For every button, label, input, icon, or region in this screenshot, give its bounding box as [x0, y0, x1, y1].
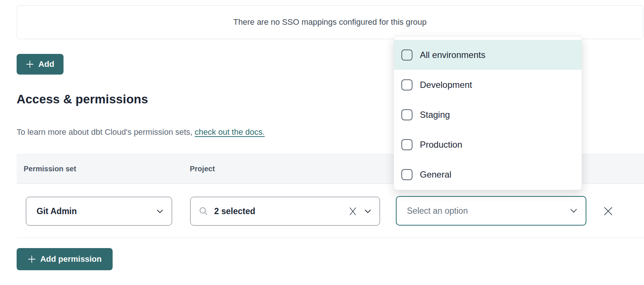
dropdown-option-general[interactable]: General — [394, 159, 582, 189]
add-button-label: Add — [38, 59, 54, 69]
option-label: Development — [420, 80, 472, 90]
search-icon — [199, 206, 208, 216]
add-permission-button-label: Add permission — [40, 254, 102, 264]
section-description: To learn more about dbt Cloud's permissi… — [17, 127, 265, 137]
option-label: All environments — [420, 50, 485, 60]
environment-select-placeholder: Select an option — [407, 206, 468, 216]
project-multiselect[interactable]: 2 selected — [190, 197, 380, 226]
chevron-down-icon — [157, 210, 163, 213]
environment-select[interactable]: Select an option — [396, 196, 586, 226]
add-sso-mapping-button[interactable]: Add — [17, 54, 64, 75]
group-settings-page: There are no SSO mappings configured for… — [0, 0, 644, 285]
column-header-project: Project — [190, 154, 215, 183]
plus-icon — [28, 255, 36, 263]
docs-link[interactable]: check out the docs. — [195, 127, 265, 137]
option-label: Staging — [420, 110, 450, 120]
chevron-down-icon — [571, 209, 577, 213]
dropdown-option-staging[interactable]: Staging — [394, 100, 582, 130]
clear-selection-icon[interactable] — [349, 207, 357, 215]
checkbox[interactable] — [401, 139, 412, 150]
project-selected-count: 2 selected — [214, 206, 255, 216]
environment-dropdown: All environments Development Staging Pro… — [394, 36, 582, 190]
row-divider — [17, 238, 644, 238]
dropdown-option-all-environments[interactable]: All environments — [394, 40, 582, 70]
plus-icon — [26, 60, 34, 68]
checkbox[interactable] — [401, 49, 412, 61]
dropdown-option-production[interactable]: Production — [394, 130, 582, 159]
column-header-permission-set: Permission set — [24, 154, 76, 183]
checkbox[interactable] — [401, 169, 412, 180]
option-label: General — [420, 169, 451, 180]
checkbox[interactable] — [401, 79, 412, 90]
add-permission-button[interactable]: Add permission — [17, 248, 113, 270]
checkbox[interactable] — [401, 109, 412, 120]
sso-mappings-empty-state: There are no SSO mappings configured for… — [17, 5, 643, 39]
remove-permission-icon[interactable] — [603, 206, 613, 216]
permission-set-value: Git Admin — [37, 206, 77, 216]
description-text: To learn more about dbt Cloud's permissi… — [17, 127, 195, 137]
option-label: Production — [420, 140, 462, 150]
sso-empty-message: There are no SSO mappings configured for… — [233, 17, 427, 27]
permission-set-select[interactable]: Git Admin — [26, 197, 172, 226]
page-title: Access & permissions — [17, 92, 148, 106]
dropdown-option-development[interactable]: Development — [394, 70, 582, 100]
chevron-down-icon — [365, 210, 371, 213]
